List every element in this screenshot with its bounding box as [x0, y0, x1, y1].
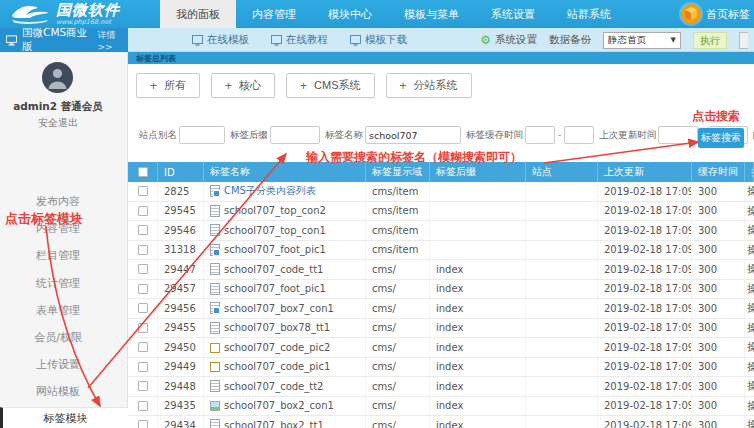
header-checkbox-cell	[128, 162, 158, 182]
nav-item-系统设置[interactable]: 系统设置	[475, 0, 551, 28]
row-checkbox[interactable]	[138, 362, 148, 372]
row-cache-time: 300	[692, 416, 745, 428]
tag-name-link[interactable]: school707_box78_tt1	[224, 322, 330, 333]
nav-item-我的面板[interactable]: 我的面板	[160, 0, 236, 28]
tag-name-link[interactable]: school707_code_tt1	[224, 264, 323, 275]
tag-name-link[interactable]: school707_code_pic1	[224, 361, 330, 372]
tag-name-link[interactable]: school707_foot_pic1	[224, 283, 326, 294]
tag-name-link[interactable]: school707_box2_tt1	[224, 420, 324, 428]
row-checkbox[interactable]	[138, 401, 148, 411]
tag-name-link[interactable]: school707_foot_pic1	[224, 244, 326, 255]
tag-name-link[interactable]: school707_box2_con1	[224, 400, 334, 411]
row-checkbox[interactable]	[138, 303, 148, 313]
nav-item-站群系统[interactable]: 站群系统	[551, 0, 627, 28]
sidebar-item-表单管理[interactable]: 表单管理	[0, 302, 116, 320]
search-label-标签名称: 标签名称	[325, 129, 363, 142]
row-checkbox[interactable]	[138, 342, 148, 352]
logo[interactable]: 国微软件 www.php168.net	[0, 0, 160, 28]
search-input-上次更新时间[interactable]	[658, 126, 698, 144]
search-input-标签后缀[interactable]	[270, 126, 320, 144]
filter-button-label: CMS系统	[314, 78, 360, 93]
tab-tag-list[interactable]: 标签总列表	[136, 53, 176, 64]
chevron-down-icon: ▼	[671, 36, 676, 44]
nav-item-模块中心[interactable]: 模块中心	[312, 0, 388, 28]
home-tag-label: 首页标签	[706, 7, 750, 22]
product-name: 国微CMS商业版	[22, 26, 92, 54]
row-action-clipped: 操作	[745, 357, 754, 377]
toolbar-link-label: 模板下载	[365, 33, 407, 47]
system-settings-button[interactable]: ⚙ 系统设置	[480, 33, 537, 47]
row-display-domain: cms/	[366, 357, 430, 377]
row-checkbox[interactable]	[138, 323, 148, 333]
sidebar-item-上传设置[interactable]: 上传设置	[0, 356, 116, 374]
row-action-clipped: 操作	[745, 338, 754, 358]
tag-name-link[interactable]: school707_code_pic2	[224, 342, 330, 353]
nav-item-内容管理[interactable]: 内容管理	[236, 0, 312, 28]
row-cache-time: 300	[692, 318, 745, 338]
row-site	[526, 182, 598, 202]
gear-icon: ⚙	[480, 34, 491, 46]
row-checkbox[interactable]	[138, 420, 148, 428]
row-checkbox[interactable]	[138, 225, 148, 235]
row-id: 2825	[158, 182, 204, 202]
product-badge[interactable]: 国微CMS商业版 详情>>	[0, 28, 128, 52]
static-page-select[interactable]: 静态首页 ▼	[603, 32, 681, 49]
filter-button-核心[interactable]: +核心	[211, 73, 275, 98]
row-checkbox[interactable]	[138, 264, 148, 274]
sidebar-item-发布内容[interactable]: 发布内容	[0, 193, 116, 211]
filter-button-分站系统[interactable]: +分站系统	[386, 73, 472, 98]
sidebar-item-会员/权限[interactable]: 会员/权限	[0, 329, 116, 347]
clipped-button[interactable]	[739, 32, 748, 49]
row-checkbox[interactable]	[138, 186, 148, 196]
search-input-站点别名[interactable]	[179, 126, 225, 144]
doc-icon	[210, 263, 220, 275]
filter-button-所有[interactable]: +所有	[136, 73, 200, 98]
row-checkbox[interactable]	[138, 381, 148, 391]
search-form: 站点别名标签后缀标签名称标签缓存时间-上次更新时间-ID	[136, 126, 696, 144]
product-detail-link[interactable]: 详情>>	[98, 29, 128, 52]
sidebar-item-栏目管理[interactable]: 栏目管理	[0, 247, 116, 265]
search-label-标签缓存时间: 标签缓存时间	[466, 129, 523, 142]
search-input-标签名称[interactable]	[365, 126, 461, 144]
row-site	[526, 279, 598, 299]
column-header-站点: 站点	[526, 162, 598, 182]
row-updated: 2019-02-18 17:09	[598, 357, 692, 377]
data-backup-button[interactable]: 数据备份	[549, 33, 591, 47]
search-input-标签缓存时间[interactable]	[525, 126, 555, 144]
toolbar-link[interactable]: 在线教程	[271, 33, 328, 47]
row-suffix: index	[430, 338, 526, 358]
row-checkbox[interactable]	[138, 284, 148, 294]
img-icon	[210, 401, 220, 411]
toolbar-link[interactable]: 模板下载	[350, 33, 407, 47]
row-suffix	[430, 221, 526, 241]
run-button[interactable]: 执行	[693, 32, 727, 49]
row-display-domain: cms/	[366, 416, 430, 428]
search-input-标签缓存时间-end[interactable]	[564, 126, 594, 144]
tag-name-link[interactable]: school707_code_tt2	[224, 381, 323, 392]
sidebar-item-标签模块[interactable]: 标签模块	[0, 407, 128, 428]
home-tag-button[interactable]: 首页标签	[681, 0, 750, 28]
row-display-domain: cms/	[366, 338, 430, 358]
filter-button-CMS系统[interactable]: +CMS系统	[286, 73, 374, 98]
tag-name-link[interactable]: school707_top_con2	[224, 205, 326, 216]
nav-item-模板与菜单[interactable]: 模板与菜单	[388, 0, 475, 28]
toolbar-link[interactable]: 在线模板	[192, 33, 249, 47]
row-cache-time: 300	[692, 182, 745, 202]
logout-link[interactable]: 安全退出	[0, 116, 116, 130]
tag-name-link[interactable]: school707_top_con1	[224, 225, 326, 236]
tag-name-link[interactable]: school707_box7_con1	[224, 303, 334, 314]
row-site	[526, 260, 598, 280]
select-all-checkbox[interactable]	[138, 167, 148, 177]
sidebar-item-网站模板[interactable]: 网站模板	[0, 383, 116, 401]
row-checkbox[interactable]	[138, 206, 148, 216]
row-checkbox[interactable]	[138, 245, 148, 255]
table-row: 29449 school707_code_pic1 cms/ index 201…	[128, 358, 754, 378]
row-id: 29545	[158, 201, 204, 221]
tag-name-link[interactable]: CMS子分类内容列表	[224, 184, 316, 198]
search-label-标签后缀: 标签后缀	[230, 129, 268, 142]
row-cache-time: 300	[692, 299, 745, 319]
sidebar-item-统计管理[interactable]: 统计管理	[0, 275, 116, 293]
row-display-domain: cms/item	[366, 221, 430, 241]
row-id: 29455	[158, 318, 204, 338]
tag-search-button[interactable]: 标签搜索	[698, 128, 744, 148]
